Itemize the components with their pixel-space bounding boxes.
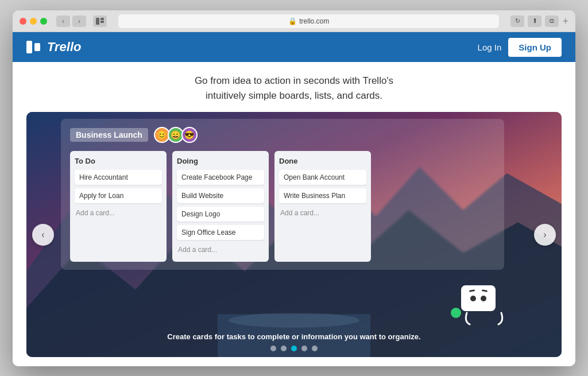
new-tab-button[interactable]: + [562, 16, 568, 26]
list-todo: To Do Hire Accountant Apply for Loan Add… [70, 151, 167, 262]
robot-eye-right [481, 296, 486, 301]
maximize-button[interactable] [40, 18, 47, 25]
robot-brow-left [469, 289, 475, 292]
dot-1[interactable] [270, 346, 276, 351]
card-apply-loan[interactable]: Apply for Loan [75, 188, 162, 203]
avatar-3: 😎 [181, 127, 198, 143]
logo-rect-right [34, 43, 40, 51]
slide-prev-button[interactable]: ‹ [32, 224, 54, 246]
forward-button[interactable]: › [72, 15, 86, 27]
slide-next-button[interactable]: › [534, 224, 556, 246]
robot-arms [461, 310, 507, 327]
card-hire-accountant[interactable]: Hire Accountant [75, 170, 162, 185]
slide-caption: Create cards for tasks to complete or in… [26, 332, 562, 341]
card-facebook[interactable]: Create Facebook Page [177, 170, 264, 185]
list-done: Done Open Bank Account Write Business Pl… [274, 151, 371, 262]
titlebar: ‹ › 🔒 trello.com ↻ ⬆ ⧉ + [13, 10, 575, 32]
sidebar-button[interactable] [93, 15, 107, 27]
hero-section: Go from idea to action in seconds with T… [13, 62, 575, 112]
card-office-lease[interactable]: Sign Office Lease [177, 225, 264, 240]
minimize-button[interactable] [30, 18, 37, 25]
svg-point-7 [229, 313, 359, 328]
robot-brow-right [482, 289, 488, 292]
titlebar-right: ↻ ⬆ ⧉ + [510, 15, 568, 27]
robot-mascot [461, 285, 498, 323]
nav-buttons: ‹ › [56, 15, 86, 27]
trello-header: Trello Log In Sign Up [13, 32, 575, 62]
svg-rect-1 [100, 18, 104, 20]
card-bank-account[interactable]: Open Bank Account [279, 170, 366, 185]
list-done-title: Done [279, 157, 366, 165]
list-todo-title: To Do [75, 157, 162, 165]
robot-eye-left [470, 296, 476, 301]
hero-tagline-line1: Go from idea to action in seconds with T… [195, 75, 393, 86]
list-doing: Doing Create Facebook Page Build Website… [172, 151, 269, 262]
svg-rect-0 [96, 18, 99, 25]
dot-5[interactable] [312, 346, 318, 351]
add-card-doing[interactable]: Add a card... [177, 243, 264, 256]
card-website[interactable]: Build Website [177, 188, 264, 203]
trello-logo: Trello [26, 40, 82, 55]
add-card-done[interactable]: Add a card... [279, 207, 366, 219]
list-doing-title: Doing [177, 157, 264, 165]
login-button[interactable]: Log In [478, 42, 502, 52]
header-actions: Log In Sign Up [478, 38, 562, 57]
main-content: Trello Log In Sign Up Go from idea to ac… [13, 32, 575, 366]
traffic-lights [20, 18, 47, 25]
board-panel: Business Launch 😊 😄 😎 To Do Hire Account… [61, 119, 504, 270]
browser-window: ‹ › 🔒 trello.com ↻ ⬆ ⧉ + [13, 10, 575, 366]
logo-rect-left [26, 41, 32, 53]
close-button[interactable] [20, 18, 26, 25]
trello-logo-icon [26, 41, 42, 53]
board-title: Business Launch [70, 128, 148, 142]
hero-tagline: Go from idea to action in seconds with T… [26, 73, 562, 103]
reload-button[interactable]: ↻ [510, 15, 524, 27]
hero-tagline-line2: intuitively simple boards, lists, and ca… [206, 90, 382, 101]
online-indicator [451, 308, 461, 318]
card-logo[interactable]: Design Logo [177, 207, 264, 222]
share-button[interactable]: ⬆ [528, 15, 541, 27]
slide-container: Business Launch 😊 😄 😎 To Do Hire Account… [26, 112, 562, 357]
card-business-plan[interactable]: Write Business Plan [279, 188, 366, 203]
robot-body [461, 285, 496, 311]
url-text: trello.com [299, 17, 329, 25]
back-button[interactable]: ‹ [56, 15, 70, 27]
avatars: 😊 😄 😎 [154, 127, 198, 143]
board-header: Business Launch 😊 😄 😎 [70, 127, 495, 143]
svg-rect-2 [100, 21, 104, 23]
dot-4[interactable] [301, 346, 307, 351]
dot-3[interactable] [291, 346, 297, 351]
lock-icon: 🔒 [288, 17, 297, 25]
url-bar[interactable]: 🔒 trello.com [118, 14, 499, 28]
slideshow-area: Business Launch 😊 😄 😎 To Do Hire Account… [13, 112, 575, 366]
dot-2[interactable] [281, 346, 287, 351]
lists-container: To Do Hire Accountant Apply for Loan Add… [70, 151, 495, 262]
add-card-todo[interactable]: Add a card... [75, 207, 162, 219]
slide-dots [26, 346, 562, 351]
signup-button[interactable]: Sign Up [508, 38, 562, 57]
trello-logo-text: Trello [47, 40, 82, 55]
tabs-button[interactable]: ⧉ [545, 15, 559, 27]
